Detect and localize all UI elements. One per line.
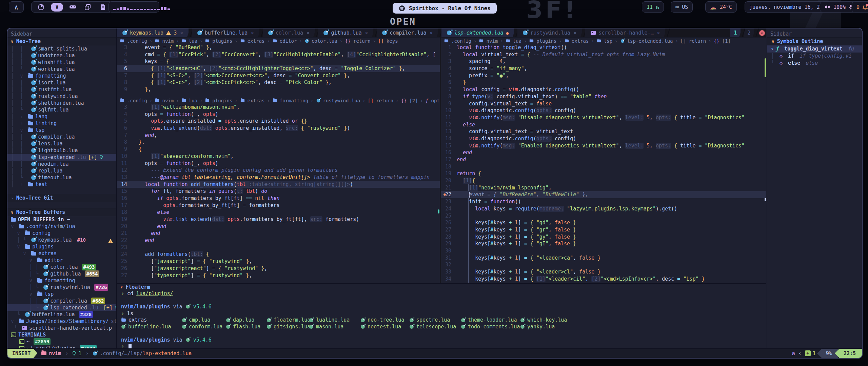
code-line-25[interactable]: 25 ["javascript"] = { "rustywind" }, [117,258,440,265]
code-line-5[interactable]: 5 keys = { [117,58,440,65]
breadcrumb-segment[interactable]: plugins [529,38,556,44]
tree-item-formatting[interactable]: ∨ formatting [7,277,116,284]
code-line-31[interactable]: 31 keys[#keys + 1] = { "<leader>ca", fal… [441,255,766,262]
tab-scrollbar-handle-[interactable]: scrollbar-handle-…× [585,28,665,37]
code-line-24[interactable]: 24 local keys = require(modname: "lazyvi… [441,205,766,212]
tab-close-icon[interactable]: × [251,30,254,36]
code-line-9[interactable]: 9 }, [117,86,440,93]
code-line-32[interactable]: 32 [441,261,766,268]
code-line-18[interactable]: 18 else [117,209,440,216]
tree-item-rustywind-lua[interactable]: │ └ rustywind.lua#726 [7,284,116,291]
breadcrumb-segment[interactable]: color.lua [304,38,337,44]
code-line-8[interactable]: 8 }, [117,139,440,146]
tree-item--config-nvim-lua[interactable]: ∨ .config/nvim/lua [7,223,116,230]
code-line-28[interactable]: 28 keys[#keys + 1] = { "gy", false } [441,233,766,241]
breadcrumb-segment[interactable]: lsp [596,38,612,44]
code-line-11[interactable]: 11 vim.notify(msg: "Disable diagnostics … [441,114,766,121]
tree-item-plugins[interactable]: ∨ plugins [7,243,116,250]
breadcrumb-segment[interactable]: .config [444,38,471,44]
updates-widget[interactable]: 11 ↻ [642,1,664,13]
code-line-18[interactable]: 18 [441,163,766,170]
tree-item-extras[interactable]: ∨ extras [7,250,116,257]
code-line-7[interactable]: 7 { [1]"<S-C>", [2]"<cmd>CccConvert<cr>"… [117,72,440,79]
tab-lsp-extended-lua[interactable]: lsp-extended.lua● [441,28,514,37]
code-line-5[interactable]: 5 opts.ensure_installed = opts.ensure_in… [117,118,440,125]
code-line-15[interactable]: 15 vim.notify(msg: "Enabled diagnostics … [441,142,766,149]
code-line-4[interactable]: 4 opts = function(_, opts) [117,111,440,118]
notifications-widget[interactable]: 9 [852,1,868,13]
code-line-16[interactable]: 16 end [441,149,766,156]
tree-item-keymaps-lua[interactable]: │ └ keymaps.lua#10 [7,237,116,243]
tree-item-config[interactable]: ∨ config [7,230,116,237]
tree-item--c-n-l-plugins[interactable]: ~/.c/n/l/plugins#3980 [7,345,116,348]
code-line-17[interactable]: 17 opts.formatters_by_ft[ft] = formatter… [117,202,440,209]
section-neo-tree-git[interactable]: ›Neo-Tree Git [7,194,116,202]
breadcrumb-segment[interactable]: formatting [272,98,308,103]
breadcrumb-segment[interactable]: nvim [155,98,174,103]
app-button-file[interactable] [98,3,108,12]
tree-item-compiler-lua[interactable]: │ │ compiler.lua#682 [7,298,116,304]
tree-item-timeout-lua[interactable]: │ └ timeout.lua [7,174,116,181]
code-line-20[interactable]: 20 end [117,223,440,230]
section-neo-tree-buffers[interactable]: ∨Neo-Tree Buffers [7,208,116,216]
tree-item-OPEN-BUFFERS-in-[interactable]: OPEN BUFFERS in ~ [7,216,116,223]
tree-item-Juegos-Indies-SteamLibrary-[interactable]: ∨ Juegos/Indies/SteamLibrary/st [7,318,116,325]
tree-item-repl-lua[interactable]: │ │ repl.lua [7,167,116,174]
audio-visualizer[interactable] [108,1,159,13]
breadcrumb-segment[interactable]: lua [181,38,197,44]
app-button-gamepad[interactable] [68,3,78,12]
breadcrumb[interactable]: .config›nvim›lua›plugins›extras›formatti… [117,97,440,104]
breadcrumb-segment[interactable]: []return [368,98,393,103]
code-line-13[interactable]: 13 ---@param tbl table<string, conform.F… [117,174,440,181]
tab-close-icon[interactable]: × [430,30,433,36]
launcher-button[interactable]: ∧ [9,1,24,13]
code-line-6[interactable]: 6 vim.list_extend(dst: opts.ensure_insta… [117,125,440,132]
code-line-23[interactable]: 23 [117,244,440,251]
code-line-24[interactable]: 24 add_formatters(tbl: { [117,251,440,258]
tab-close-icon[interactable]: × [365,30,368,36]
tree-item-worktree-lua[interactable]: │ └ worktree.lua [7,66,116,73]
breadcrumb-segment[interactable]: extras [240,98,265,103]
code-line-3[interactable]: 3 [1]"williamboman/mason.nvim", [117,104,440,111]
code-line-9[interactable]: 9 { [117,146,440,153]
code-line-14[interactable]: 14 local function add_formatters(tbl :ta… [117,181,440,188]
breadcrumb-segment[interactable]: lsp-extended.lua [620,38,673,44]
code-line-12[interactable]: 12 else [441,121,766,128]
breadcrumb-segment[interactable]: nvim [155,38,174,44]
code-line-26[interactable]: 26 ["javascriptreact"] = { "rustywind" }… [117,265,440,272]
code-line-21[interactable]: 21 [1]"neovim/nvim-lspconfig", [441,184,766,191]
tree-item-lightbulb-lua[interactable]: │ │ lightbulb.lua [7,147,116,154]
code-line-11[interactable]: 11 opts = function(_, opts) [117,160,440,167]
tree-item-undotree-lua[interactable]: │ │ undotree.lua [7,52,116,59]
code-line-21[interactable]: 21 end [117,230,440,237]
code-line-26[interactable]: 26 keys[#keys + 1] = { "gd", false } [441,219,766,226]
floaterm-header[interactable]: ∨ Floaterm [117,284,766,290]
tree-item-winshift-lua[interactable]: │ │ winshift.lua [7,59,116,66]
breadcrumb-segment[interactable]: editor [272,38,297,44]
tree-item-editor[interactable]: ∨ editor [7,257,116,264]
tab-close-icon[interactable]: × [574,30,576,36]
tree-item-neodim-lua[interactable]: │ │ neodim.lua [7,161,116,167]
tree-item-lsp[interactable]: │ ∨ lsp [7,127,116,134]
code-line-8[interactable]: 8 { [1]"<C-c>", [2]"<cmd>CccPick<cr>", d… [117,79,440,86]
breadcrumb-segment[interactable]: .config [120,98,147,103]
code-line-8[interactable]: 8 if type(v: config.virtual_text) == "ta… [441,93,766,100]
editor-pane-color[interactable]: .config›nvim›lua›plugins›extras›editor›c… [117,37,440,97]
tree-item-TERMINALS[interactable]: TERMINALS [7,331,116,338]
code-line-12[interactable]: 12 --- Extend the conform plugin config … [117,167,440,174]
tree-item-sqlfmt-lua[interactable]: │ └ sqlfmt.lua [7,106,116,113]
breadcrumb-segment[interactable]: {}[2] [401,98,418,103]
tab-keymaps-lua[interactable]: keymaps.lua3× [117,28,189,37]
app-button-windows[interactable] [83,3,93,12]
breadcrumb[interactable]: .config›nvim›lua›plugins›extras›lsp›lsp-… [441,37,766,44]
code-line-14[interactable]: 14 vim.diagnostic.config(opts: config) [441,135,766,142]
code-line-22[interactable]: 22 end [117,237,440,244]
code-line-7[interactable]: 7 local config = vim.diagnostic.config() [441,86,766,93]
symbol-item-else[interactable]: └ ◇ else else [767,59,862,66]
code-line-19[interactable]: 19 vim.list_extend(dst: opts.formatters_… [117,216,440,223]
app-button-browser[interactable] [36,3,46,12]
tree-item-lens-lua[interactable]: │ │ lens.lua [7,140,116,147]
breadcrumb-segment[interactable]: extras [240,38,265,44]
code-line-6[interactable]: 6 } [441,79,766,86]
tab-color-lua[interactable]: color.lua× [263,28,315,37]
